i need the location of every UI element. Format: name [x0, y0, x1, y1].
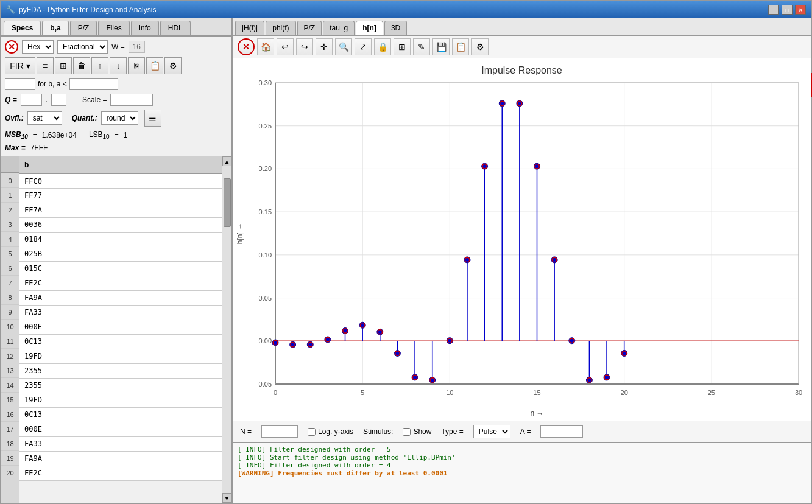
plot-zoom-btn[interactable]: 🔍	[335, 38, 352, 55]
tab-info[interactable]: Info	[131, 21, 159, 35]
quant-select[interactable]: round floor fix ceil	[101, 111, 138, 125]
scale-input[interactable]: 32768	[110, 94, 153, 106]
scrollbar[interactable]: ▲ ▼	[222, 156, 231, 503]
fir-dropdown[interactable]: FIR ▾	[5, 57, 35, 74]
scroll-down-arrow[interactable]: ▼	[222, 493, 232, 503]
coeff-cell[interactable]: FA9A	[19, 451, 222, 466]
plot-save-btn[interactable]: 💾	[432, 38, 450, 55]
tab-pz[interactable]: P/Z	[70, 21, 97, 35]
scroll-up-arrow[interactable]: ▲	[222, 156, 232, 166]
plot-pan-btn[interactable]: ✛	[316, 38, 333, 55]
plot-copy-btn[interactable]: 📋	[452, 38, 469, 55]
scroll-thumb[interactable]	[224, 178, 231, 227]
grid-icon-btn[interactable]: ⊞	[55, 57, 72, 74]
tab-pz-right[interactable]: P/Z	[297, 21, 322, 35]
table-scroll[interactable]: b FFC0FF77FF7A00360184025B015CFE2CFA9AFA…	[19, 156, 222, 503]
settings-icon-btn[interactable]: ⚙	[164, 57, 182, 74]
table-row[interactable]: 0184	[19, 232, 222, 247]
minimize-button[interactable]: _	[768, 5, 779, 15]
table-row[interactable]: FE2C	[19, 276, 222, 290]
table-row[interactable]: 19FD	[19, 349, 222, 363]
tab-3d[interactable]: 3D	[384, 21, 407, 35]
tab-ba[interactable]: b,a	[42, 21, 68, 35]
table-row[interactable]: FA33	[19, 305, 222, 320]
plot-close-btn[interactable]: ✕	[238, 38, 255, 55]
plot-forward-btn[interactable]: ↪	[296, 38, 313, 55]
maximize-button[interactable]: □	[782, 5, 793, 15]
coeff-cell[interactable]: FA33	[19, 305, 222, 320]
q-integer-input[interactable]: 15	[21, 94, 42, 106]
q-frac-input[interactable]: 0	[51, 94, 66, 106]
coeff-cell[interactable]: 025B	[19, 247, 222, 261]
coeff-cell[interactable]: FFC0	[19, 173, 222, 188]
coeff-cell[interactable]: FF77	[19, 188, 222, 203]
n-input[interactable]: 0	[261, 425, 298, 438]
coeff-cell[interactable]: 19FD	[19, 349, 222, 363]
plot-lock-btn[interactable]: 🔒	[374, 38, 391, 55]
table-row[interactable]: 015C	[19, 261, 222, 276]
copy-icon-btn[interactable]: ⎘	[128, 57, 145, 74]
coeff-cell[interactable]: 0036	[19, 217, 222, 232]
tab-specs[interactable]: Specs	[4, 21, 41, 35]
table-row[interactable]: 0036	[19, 217, 222, 232]
coeff-cell[interactable]: FE2C	[19, 466, 222, 480]
tab-files[interactable]: Files	[98, 21, 129, 35]
up-icon-btn[interactable]: ↑	[91, 57, 108, 74]
coeff-cell[interactable]: 0C13	[19, 334, 222, 349]
coeff-cell[interactable]: 0184	[19, 232, 222, 247]
coeff-cell[interactable]: 015C	[19, 261, 222, 276]
coeff-cell[interactable]: FF7A	[19, 203, 222, 217]
coeff-cell[interactable]: 000E	[19, 320, 222, 334]
type-select[interactable]: Pulse Step Sine	[473, 425, 510, 438]
a-input[interactable]: 1.0	[540, 425, 583, 438]
tab-phif[interactable]: phi(f)	[266, 21, 295, 35]
plot-home-btn[interactable]: 🏠	[257, 38, 274, 55]
down-icon-btn[interactable]: ↓	[110, 57, 127, 74]
tab-hdl[interactable]: HDL	[160, 21, 191, 35]
threshold-input[interactable]: = 0	[5, 78, 35, 90]
coeff-cell[interactable]: 2355	[19, 378, 222, 393]
plot-edit-btn[interactable]: ✎	[413, 38, 430, 55]
table-row[interactable]: FA9A	[19, 451, 222, 466]
close-button[interactable]: ✕	[795, 5, 806, 15]
coeff-type-select[interactable]: Fractional Integer	[57, 40, 108, 54]
plot-grid-btn[interactable]: ⊞	[394, 38, 411, 55]
table-row[interactable]: FA33	[19, 436, 222, 451]
plot-back-btn[interactable]: ↩	[277, 38, 294, 55]
table-row[interactable]: 025B	[19, 247, 222, 261]
tab-taug[interactable]: tau_g	[323, 21, 355, 35]
ovfl-select[interactable]: sat wrap	[27, 111, 62, 125]
paste-icon-btn[interactable]: 📋	[146, 57, 163, 74]
log-y-checkbox[interactable]	[308, 428, 316, 436]
coeff-cell[interactable]: 0C13	[19, 407, 222, 422]
table-row[interactable]: FE2C	[19, 466, 222, 480]
coeff-cell[interactable]: 000E	[19, 422, 222, 436]
table-row[interactable]: 000E	[19, 422, 222, 436]
table-row[interactable]: FF7A	[19, 203, 222, 217]
tab-hn[interactable]: h[n]	[356, 21, 383, 35]
delete-icon-btn[interactable]: 🗑	[73, 57, 90, 74]
show-checkbox[interactable]	[403, 428, 411, 436]
table-row[interactable]: 19FD	[19, 393, 222, 407]
table-row[interactable]: 0C13	[19, 407, 222, 422]
coeff-cell[interactable]: 2355	[19, 363, 222, 378]
coeff-cell[interactable]: FA33	[19, 436, 222, 451]
table-row[interactable]: FF77	[19, 188, 222, 203]
list-icon-btn[interactable]: ≡	[37, 57, 54, 74]
plot-settings-btn[interactable]: ⚙	[471, 38, 489, 55]
table-row[interactable]: FFC0	[19, 173, 222, 188]
table-row[interactable]: 0C13	[19, 334, 222, 349]
format-select[interactable]: Hex Dec	[22, 40, 54, 54]
coeff-cell[interactable]: FA9A	[19, 290, 222, 305]
reset-button[interactable]: ✕	[5, 40, 18, 54]
coeff-cell[interactable]: 19FD	[19, 393, 222, 407]
coeff-cell[interactable]: FE2C	[19, 276, 222, 290]
table-row[interactable]: FA9A	[19, 290, 222, 305]
tab-hf[interactable]: |H(f)|	[235, 21, 264, 35]
table-row[interactable]: 2355	[19, 378, 222, 393]
table-row[interactable]: 2355	[19, 363, 222, 378]
table-row[interactable]: 000E	[19, 320, 222, 334]
quant-icon-btn[interactable]: ⚌	[144, 110, 161, 127]
threshold-value-input[interactable]: 1e-06	[69, 78, 118, 90]
plot-aspect-btn[interactable]: ⤢	[355, 38, 372, 55]
